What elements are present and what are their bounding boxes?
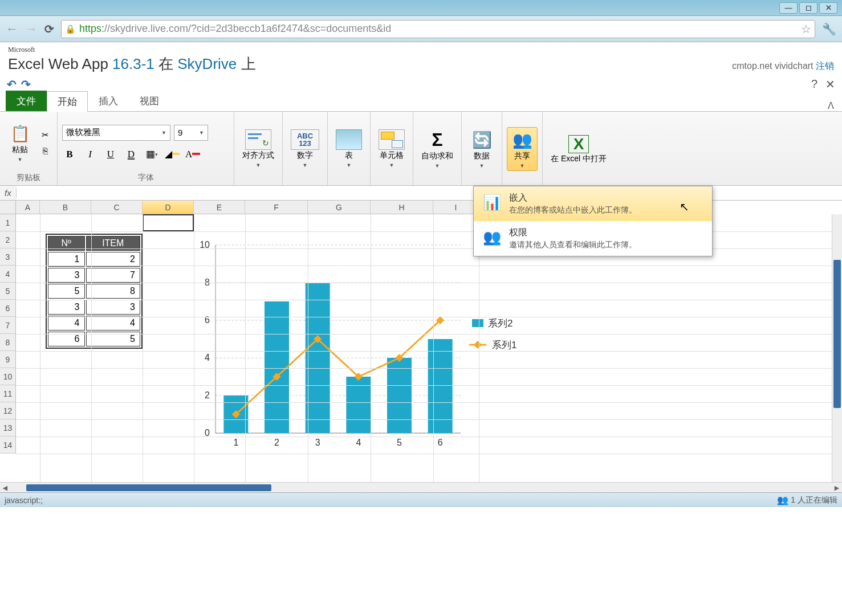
redo-button[interactable]: ↷	[21, 77, 31, 91]
reload-button[interactable]: ⟳	[44, 22, 54, 36]
undo-button[interactable]: ↶	[7, 77, 17, 91]
cells-button[interactable]: 单元格▼	[375, 128, 408, 170]
row-header-14[interactable]: 14	[0, 436, 16, 454]
minimize-button[interactable]: —	[779, 2, 798, 14]
embed-desc: 在您的博客或站点中嵌入此工作簿。	[509, 205, 637, 215]
col-header-I[interactable]: I	[433, 201, 479, 214]
open-in-excel-button[interactable]: X 在 Excel 中打开	[547, 134, 610, 164]
cut-button[interactable]: ✂	[38, 129, 52, 141]
col-header-G[interactable]: G	[308, 201, 371, 214]
svg-text:2: 2	[274, 438, 279, 447]
embedded-chart[interactable]: 0246810123456系列2系列1	[181, 234, 535, 462]
group-alignment: ↻ 对齐方式▼	[234, 112, 283, 185]
row-header-2[interactable]: 2	[0, 231, 16, 248]
svg-text:6: 6	[438, 438, 443, 447]
copy-button[interactable]: ⎘	[38, 145, 52, 157]
paste-button[interactable]: 📋 粘贴▼	[5, 121, 35, 164]
dropdown-item-permissions[interactable]: 👥 权限 邀请其他人员查看和编辑此工作簿。	[474, 221, 712, 256]
wrench-menu-icon[interactable]: 🔧	[822, 22, 836, 36]
row-header-5[interactable]: 5	[0, 283, 16, 300]
row-header-12[interactable]: 12	[0, 402, 16, 419]
row-header-9[interactable]: 9	[0, 351, 16, 368]
col-header-E[interactable]: E	[194, 201, 245, 214]
formula-input[interactable]	[17, 186, 842, 200]
refresh-icon: 🔄	[472, 129, 492, 150]
italic-button[interactable]: I	[83, 148, 97, 161]
svg-text:5: 5	[397, 438, 402, 447]
row-header-10[interactable]: 10	[0, 368, 16, 385]
col-header-B[interactable]: B	[40, 201, 91, 214]
signout-link[interactable]: 注销	[816, 61, 834, 71]
data-button[interactable]: 🔄 数据▼	[466, 128, 497, 170]
svg-text:4: 4	[356, 438, 361, 447]
row-header-4[interactable]: 4	[0, 266, 16, 283]
row-header-8[interactable]: 8	[0, 334, 16, 351]
scissors-icon: ✂	[42, 130, 49, 140]
table-row: 44	[48, 316, 140, 331]
col-header-D[interactable]: D	[143, 201, 194, 214]
dropdown-item-embed[interactable]: 📊 嵌入 在您的博客或站点中嵌入此工作簿。 ↖	[474, 186, 712, 221]
svg-rect-16	[265, 301, 289, 433]
people-icon: 👥	[777, 495, 788, 505]
ribbon-collapse-icon[interactable]: ᐱ	[828, 100, 834, 111]
tab-insert[interactable]: 插入	[88, 91, 129, 111]
number-format-button[interactable]: ABC123 数字▼	[287, 128, 323, 170]
row-header-6[interactable]: 6	[0, 300, 16, 317]
vscroll-thumb[interactable]	[833, 260, 841, 408]
address-bar[interactable]: 🔒 https://skydrive.live.com/?cid=2d3becc…	[61, 20, 815, 38]
col-header-H[interactable]: H	[371, 201, 433, 214]
group-share: 👥 共享▼	[502, 112, 543, 185]
border-button[interactable]: ▦▾	[144, 148, 159, 161]
document-name[interactable]: 16.3-1	[112, 55, 154, 72]
share-button[interactable]: 👥 共享▼	[507, 127, 538, 171]
hscroll-thumb[interactable]	[26, 484, 271, 491]
browser-toolbar: ← → ⟳ 🔒 https://skydrive.live.com/?cid=2…	[0, 16, 842, 42]
row-header-1[interactable]: 1	[0, 214, 16, 231]
tab-home[interactable]: 开始	[47, 91, 88, 112]
autosum-button[interactable]: Σ 自动求和▼	[418, 128, 457, 170]
bookmark-star-icon[interactable]: ☆	[801, 22, 811, 36]
table-button[interactable]: 表▼	[332, 128, 365, 170]
table-icon	[336, 129, 362, 150]
back-button[interactable]: ←	[6, 22, 18, 36]
hscroll-right-arrow[interactable]: ►	[832, 483, 842, 492]
row-header-7[interactable]: 7	[0, 317, 16, 334]
alignment-button[interactable]: ↻ 对齐方式▼	[239, 128, 278, 170]
row-header-13[interactable]: 13	[0, 419, 16, 436]
bold-button[interactable]: B	[62, 148, 77, 161]
help-button[interactable]: ?	[811, 77, 817, 91]
font-size-select[interactable]: 9▼	[174, 125, 208, 141]
group-data: 🔄 数据▼	[462, 112, 502, 185]
grid-header-row: ABCDEFGHI	[0, 201, 842, 214]
maximize-button[interactable]: ◻	[799, 2, 817, 14]
col-header-C[interactable]: C	[91, 201, 143, 214]
font-color-button[interactable]: A	[185, 148, 200, 161]
horizontal-scrollbar[interactable]: ◄ ►	[0, 482, 842, 492]
hscroll-left-arrow[interactable]: ◄	[0, 483, 10, 492]
font-name-select[interactable]: 微软雅黑▼	[62, 125, 170, 141]
copy-icon: ⎘	[43, 146, 48, 156]
underline-button[interactable]: U	[103, 148, 118, 161]
forward-button[interactable]: →	[25, 22, 38, 36]
select-all-corner[interactable]	[0, 201, 16, 214]
double-underline-button[interactable]: D	[124, 148, 139, 161]
tab-view[interactable]: 视图	[129, 91, 170, 111]
col-header-A[interactable]: A	[16, 201, 40, 214]
skydrive-link[interactable]: SkyDrive	[177, 55, 237, 72]
row-header-11[interactable]: 11	[0, 385, 16, 402]
svg-text:系列2: 系列2	[488, 318, 512, 329]
col-header-F[interactable]: F	[245, 201, 308, 214]
svg-text:系列1: 系列1	[492, 340, 516, 350]
fill-color-button[interactable]: ◢	[165, 148, 180, 161]
tab-file[interactable]: 文件	[6, 91, 47, 111]
status-editing: 1 人正在编辑	[791, 495, 837, 505]
quick-access-toolbar: ↶ ↷ ? ✕	[0, 75, 842, 92]
close-pane-button[interactable]: ✕	[825, 77, 835, 91]
status-bar: javascript:; 👥 1 人正在编辑	[0, 492, 842, 507]
spreadsheet-grid[interactable]: 1234567891011121314 NºITEM123758334465 0…	[0, 214, 842, 482]
vertical-scrollbar[interactable]	[832, 214, 842, 482]
row-header-3[interactable]: 3	[0, 248, 16, 266]
close-window-button[interactable]: ✕	[819, 2, 837, 14]
group-label-font: 字体	[62, 172, 229, 184]
lock-icon: 🔒	[65, 24, 76, 34]
